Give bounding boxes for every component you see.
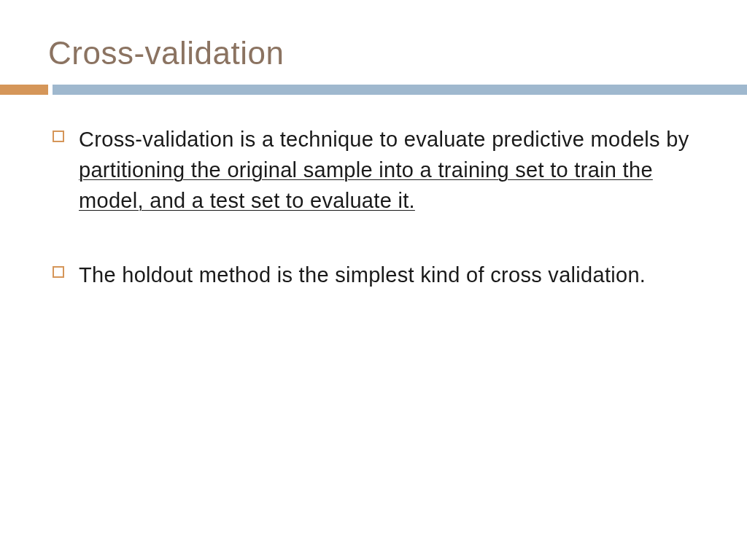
slide: Cross-validation Cross-validation is a t… — [0, 0, 747, 560]
list-item: The holdout method is the simplest kind … — [53, 260, 703, 290]
divider-accent-blue — [53, 85, 747, 95]
divider-accent-orange — [0, 85, 48, 95]
slide-content: Cross-validation is a technique to evalu… — [0, 95, 747, 290]
list-item: Cross-validation is a technique to evalu… — [53, 124, 703, 216]
bullet-text: The holdout method is the simplest kind … — [79, 260, 646, 290]
bullet-square-icon — [53, 131, 64, 142]
bullet-square-icon — [53, 266, 64, 278]
slide-title: Cross-validation — [0, 0, 747, 85]
bullet-underlined: partitioning the original sample into a … — [79, 158, 653, 212]
divider-bar — [0, 85, 747, 95]
bullet-text: Cross-validation is a technique to evalu… — [79, 124, 703, 216]
bullet-plain-before: The holdout method is the simplest kind … — [79, 263, 646, 287]
bullet-plain-before: Cross-validation is a technique to evalu… — [79, 128, 689, 151]
